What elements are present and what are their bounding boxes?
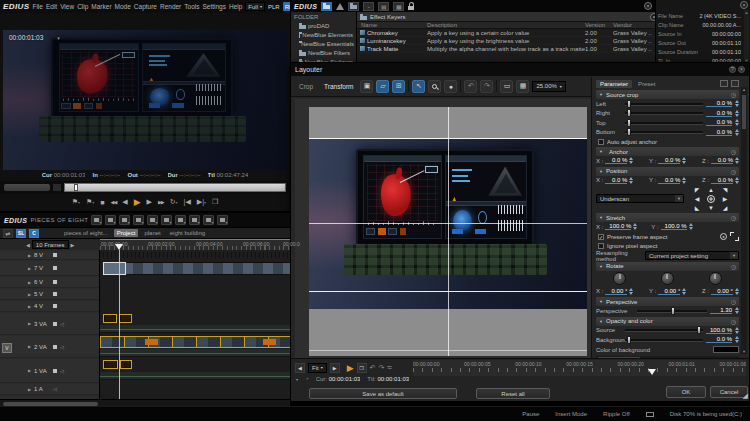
menu-render[interactable]: Render — [160, 3, 181, 10]
video-clip-filmstrip[interactable] — [103, 262, 290, 275]
opacity-source-value[interactable]: 100.0 % — [706, 327, 732, 334]
track-header-4v[interactable]: ▶4 V — [0, 301, 99, 312]
fast-forward-button[interactable]: ▶▶ — [158, 199, 164, 205]
spinner-icon[interactable] — [682, 177, 686, 184]
folder-view-icon[interactable] — [321, 2, 332, 11]
menu-settings[interactable]: Settings — [202, 3, 226, 10]
spinner-icon[interactable] — [735, 119, 739, 126]
tree-item-prodad[interactable]: proDAD — [291, 21, 356, 30]
section-source-crop[interactable]: ▼Source crop◷ — [596, 90, 739, 99]
track-header-1a[interactable]: ▶1 A◁ — [0, 384, 99, 395]
spinner-icon[interactable] — [682, 157, 686, 164]
crop-bottom-slider[interactable] — [625, 128, 703, 136]
tab-crop[interactable]: Crop — [295, 81, 317, 92]
dpad-down[interactable]: ▼ — [708, 205, 714, 211]
mark-out-button[interactable]: ⚑▾ — [86, 198, 94, 206]
effect-row-luminancekey[interactable]: Luminancekey Apply a key using the brigh… — [357, 37, 661, 45]
next-frame-button[interactable]: ▶ — [147, 198, 152, 206]
playhead-line[interactable] — [119, 250, 120, 399]
track-lanes[interactable] — [100, 250, 290, 399]
tree-view-icon[interactable]: ⌄ — [363, 2, 374, 11]
keyframe-icon[interactable]: ◷ — [731, 298, 736, 305]
status-ripple[interactable]: Ripple Off — [603, 411, 630, 417]
position-y-value[interactable]: 0.0 % — [658, 177, 680, 184]
keyframe-icon[interactable]: ◷ — [731, 91, 736, 98]
pan-tool-icon[interactable]: ● — [444, 80, 457, 93]
lock-icon[interactable] — [408, 6, 414, 10]
resize-grip[interactable]: ◢ — [743, 392, 748, 400]
folder-up-icon[interactable] — [348, 2, 359, 11]
spinner-icon[interactable] — [689, 223, 693, 230]
ignore-pixel-checkbox[interactable] — [598, 243, 604, 249]
dpad-down-left[interactable]: ◣ — [695, 204, 700, 211]
list-view-icon[interactable]: ▤ — [378, 2, 389, 11]
redo-icon[interactable]: ↷ — [378, 364, 384, 372]
stretch-x-value[interactable]: 100.0 % — [605, 223, 631, 230]
crop-top-slider[interactable] — [625, 119, 703, 127]
anchor-y-value[interactable]: 0.0 % — [658, 157, 680, 164]
tree-item-newblue-filters[interactable]: NewBlue Filters — [291, 48, 356, 57]
scale-decrease-icon[interactable]: ◀ — [26, 242, 30, 248]
reset-all-button[interactable]: Reset all — [476, 388, 550, 399]
track-header-5v[interactable]: ▶5 V — [0, 289, 99, 300]
play-button[interactable]: ▶ — [134, 197, 141, 207]
lane-7v[interactable] — [100, 261, 290, 276]
tab-transform[interactable]: Transform — [320, 81, 357, 92]
menu-edit[interactable]: Edit — [46, 3, 57, 10]
lane-2va[interactable] — [100, 336, 290, 358]
section-anchor[interactable]: ▼Anchor◷ — [596, 147, 739, 156]
tab-parameter[interactable]: Parameter — [596, 80, 632, 88]
prev-frame-button[interactable]: ◀ — [122, 198, 127, 206]
background-color-swatch[interactable] — [713, 346, 739, 353]
auto-adjust-checkbox[interactable] — [598, 139, 604, 145]
delete-icon[interactable] — [189, 215, 200, 225]
crop-bottom-value[interactable]: 0.0 % — [706, 129, 732, 136]
link-icon[interactable] — [720, 80, 728, 87]
playhead-marker[interactable] — [648, 369, 656, 375]
track-header-7v[interactable]: ▶7 V — [0, 261, 99, 276]
sequence-tab-project[interactable]: Project — [114, 229, 139, 237]
crop-right-value[interactable]: 0.0 % — [706, 110, 732, 117]
clip-sequence[interactable] — [100, 336, 290, 348]
position-thumb[interactable] — [74, 184, 78, 191]
crop-left-value[interactable]: 0.0 % — [706, 100, 732, 107]
menu-marker[interactable]: Marker — [91, 3, 111, 10]
fit-select[interactable]: Fit▾ — [308, 363, 327, 373]
spinner-icon[interactable] — [629, 288, 633, 295]
ok-button[interactable]: OK — [666, 386, 706, 398]
track-header-6v[interactable]: ▶6 V — [0, 277, 99, 288]
section-stretch[interactable]: ▼Stretch◷ — [596, 213, 739, 222]
effect-row-track-matte[interactable]: Track Matte Multiply the alpha channel w… — [357, 45, 661, 53]
keyframe-icon[interactable]: ◷ — [731, 168, 736, 175]
menu-clip[interactable]: Clip — [77, 3, 88, 10]
keyframe-icon[interactable]: ◷ — [731, 148, 736, 155]
export-icon[interactable] — [203, 215, 214, 225]
opacity-background-slider[interactable] — [625, 336, 703, 344]
layout-preset-icon[interactable]: ▣ — [360, 80, 373, 93]
link-aspect-icon[interactable]: ● — [720, 233, 727, 240]
crop-right-slider[interactable] — [625, 109, 703, 117]
dpad-right[interactable]: ▶ — [723, 195, 728, 202]
mode-icon[interactable] — [119, 215, 130, 225]
tree-item-newblue-essentials[interactable]: NewBlue Essentials — [291, 39, 356, 48]
dpad-up-left[interactable]: ◤ — [695, 186, 700, 193]
lane-8v[interactable] — [100, 251, 290, 260]
keyframe-icon[interactable]: ◷ — [731, 214, 736, 221]
paste-icon[interactable] — [175, 215, 186, 225]
spinner-icon[interactable] — [735, 157, 739, 164]
plr-toggle[interactable]: PLR — [268, 4, 280, 10]
copy-icon[interactable] — [161, 215, 172, 225]
close-button[interactable]: × — [738, 66, 745, 73]
clip[interactable] — [119, 314, 132, 323]
lane-3va[interactable] — [100, 313, 290, 335]
spinner-icon[interactable] — [735, 129, 739, 136]
lane-1a[interactable] — [100, 384, 290, 395]
perspective-slider[interactable] — [637, 307, 707, 315]
track-select-icon[interactable]: ⇄ — [3, 229, 13, 238]
keyframe-icon[interactable]: ◷ — [731, 263, 736, 270]
track-header-2va[interactable]: ▶2 VA◁ — [0, 336, 99, 358]
scrollbar[interactable]: ▲▼ — [741, 87, 747, 354]
underscan-select[interactable]: Underscan▼ — [596, 194, 684, 203]
layouter-canvas[interactable] — [295, 99, 593, 359]
next-key-button[interactable]: ▶ — [330, 363, 340, 373]
